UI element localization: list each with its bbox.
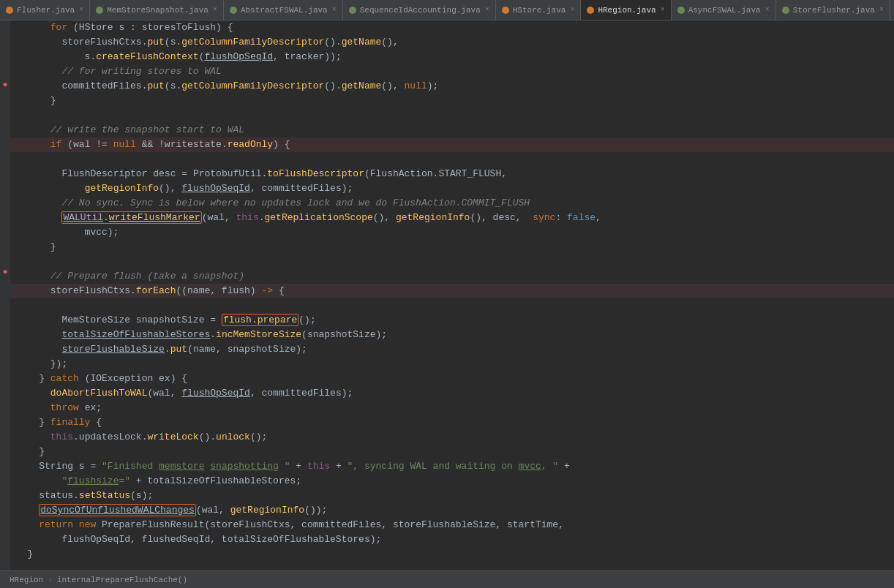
tab-abstractfswal[interactable]: AbstractFSWAL.java ×	[224, 0, 343, 20]
close-tab-hstore[interactable]: ×	[570, 6, 574, 14]
gutter-icon-26	[0, 313, 10, 325]
gutter-icon-37	[0, 442, 10, 453]
tab-flusher[interactable]: Flusher.java ×	[0, 0, 90, 20]
gutter-icon-20	[0, 243, 10, 255]
gutter-icon-18	[0, 219, 10, 231]
gutter-icon-8	[0, 102, 10, 114]
code-content: for (HStore s : storesToFlush) { storeFl…	[10, 20, 894, 562]
gutter-icon-1	[0, 20, 10, 32]
gutter-icon-10	[0, 126, 10, 137]
breadcrumb-class: HRegion	[10, 576, 43, 584]
gutter: ● ●	[0, 20, 10, 570]
tab-icon-sequenceidaccounting	[349, 7, 356, 14]
gutter-icon-27	[0, 325, 10, 336]
gutter-icon-24	[0, 290, 10, 301]
gutter-icon-30	[0, 360, 10, 372]
close-tab-hregion[interactable]: ×	[661, 6, 665, 14]
gutter-icon-13	[0, 161, 10, 173]
gutter-icon-32	[0, 383, 10, 395]
close-tab-abstractfswal[interactable]: ×	[332, 6, 337, 14]
gutter-icon-33	[0, 395, 10, 407]
tab-label-asyncfswal: AsyncFSWAL.java	[688, 6, 761, 15]
gutter-icon-36	[0, 430, 10, 442]
breadcrumb-method: internalPrepareFlushCache()	[57, 576, 187, 584]
tab-icon-memstoresnapshot	[96, 7, 103, 14]
code-area: ● ● for (HStore s : s	[0, 20, 894, 570]
close-tab-memstoresnapshot[interactable]: ×	[213, 6, 217, 14]
tab-label-memstoresnapshot: MemStoreSnapshot.java	[107, 6, 209, 15]
gutter-icon-16	[0, 196, 10, 208]
close-tab-flusher[interactable]: ×	[79, 6, 83, 14]
gutter-icon-12	[0, 149, 10, 161]
tab-label-sequenceidaccounting: SequenceIdAccounting.java	[360, 6, 481, 15]
gutter-icon-4	[0, 56, 10, 67]
close-tab-storeflusher[interactable]: ×	[879, 6, 884, 14]
close-tab-sequenceidaccounting[interactable]: ×	[485, 6, 489, 14]
gutter-icon-5	[0, 67, 10, 79]
tab-label-hregion: HRegion.java	[598, 6, 656, 15]
gutter-icon-21	[0, 255, 10, 266]
tab-label-hstore: HStore.java	[513, 6, 566, 15]
breadcrumb-separator: ›	[48, 576, 53, 584]
code-scroll[interactable]: for (HStore s : storesToFlush) { storeFl…	[10, 20, 894, 570]
gutter-icon-17	[0, 208, 10, 219]
tab-hstore[interactable]: HStore.java ×	[496, 0, 582, 20]
gutter-icon-25	[0, 301, 10, 313]
gutter-icon-3	[0, 44, 10, 56]
tab-icon-hstore	[502, 7, 509, 14]
gutter-icon-38	[0, 453, 10, 465]
gutter-icon-bp2[interactable]: ●	[0, 266, 10, 278]
gutter-icon-23	[0, 278, 10, 290]
tab-memstoresnapshot[interactable]: MemStoreSnapshot.java ×	[90, 0, 224, 20]
tab-label-abstractfswal: AbstractFSWAL.java	[241, 6, 328, 15]
gutter-icon-29	[0, 348, 10, 360]
tab-label-flusher: Flusher.java	[17, 6, 75, 15]
gutter-icon-11	[0, 137, 10, 149]
tab-sequenceidaccounting[interactable]: SequenceIdAccounting.java ×	[343, 0, 496, 20]
gutter-icon-34	[0, 407, 10, 418]
tab-icon-asyncfswal	[677, 7, 685, 14]
tab-label-storeflusher: StoreFlusher.java	[793, 6, 875, 15]
tab-hregion[interactable]: HRegion.java ×	[581, 0, 671, 20]
tab-storeflusher[interactable]: StoreFlusher.java ×	[776, 0, 890, 20]
tab-icon-flusher	[6, 7, 13, 14]
gutter-icon-7	[0, 91, 10, 102]
gutter-icon-19	[0, 231, 10, 243]
breadcrumb: HRegion › internalPrepareFlushCache()	[0, 570, 894, 588]
close-tab-asyncfswal[interactable]: ×	[765, 6, 770, 14]
tab-icon-storeflusher	[782, 7, 789, 14]
gutter-icon-15	[0, 184, 10, 196]
gutter-icon-31	[0, 372, 10, 383]
tab-icon-hregion	[587, 7, 594, 14]
gutter-icon-14	[0, 173, 10, 184]
gutter-icon-35	[0, 418, 10, 430]
gutter-icon-28	[0, 336, 10, 348]
tab-asyncfswal[interactable]: AsyncFSWAL.java ×	[672, 0, 776, 20]
gutter-icon-breakpoint[interactable]: ●	[0, 79, 10, 91]
gutter-icon-9	[0, 114, 10, 126]
gutter-icon-2	[0, 32, 10, 44]
tab-bar: Flusher.java × MemStoreSnapshot.java × A…	[0, 0, 894, 20]
tab-icon-abstractfswal	[230, 7, 237, 14]
